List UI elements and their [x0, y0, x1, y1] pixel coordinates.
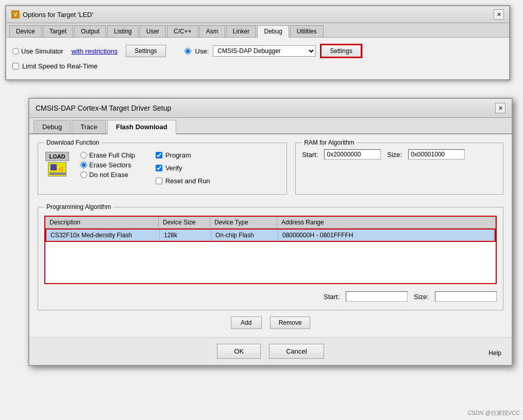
cmsis-dialog-footer: OK Cancel Help [29, 337, 512, 365]
tab-device[interactable]: Device [9, 25, 42, 37]
do-not-erase-item: Do not Erase [80, 171, 135, 179]
cmsis-dialog-title: CMSIS-DAP Cortex-M Target Driver Setup [36, 104, 171, 112]
algo-start-label: Start: [324, 293, 340, 301]
watermark: CSDN @往家找VCC [467, 409, 520, 417]
limit-speed-row: Limit Speed to Real-Time [12, 62, 503, 70]
programming-algorithm-section: Programming Algorithm Description Device… [38, 207, 503, 310]
svg-rect-3 [49, 172, 66, 175]
col-device-type: Device Type [210, 217, 277, 228]
erase-full-chip-radio[interactable] [80, 152, 87, 159]
reset-run-label: Reset and Run [165, 177, 210, 185]
tab-output[interactable]: Output [74, 25, 106, 37]
use-simulator-radio[interactable] [12, 48, 19, 55]
options-titlebar: V Options for Target 'LED' ✕ [6, 6, 509, 23]
svg-rect-1 [50, 164, 57, 170]
remove-button[interactable]: Remove [270, 317, 311, 329]
load-text: LOAD [45, 152, 69, 161]
algorithm-bottom-fields: Start: Size: [44, 289, 497, 304]
cmsis-tab-flash-download[interactable]: Flash Download [107, 120, 176, 134]
algo-size-input[interactable] [435, 291, 497, 302]
download-function-legend: Download Function [44, 139, 102, 146]
prog-content: Description Device Size Device Type Addr… [38, 207, 503, 310]
ram-start-input[interactable] [324, 149, 381, 160]
erase-full-chip-item: Erase Full Chip [80, 151, 135, 159]
tab-utilities[interactable]: Utilities [290, 25, 324, 37]
ram-size-label: Size: [387, 151, 402, 159]
algorithm-table-header: Description Device Size Device Type Addr… [45, 217, 496, 229]
with-restrictions-link[interactable]: with restrictions [72, 47, 118, 55]
col-device-size: Device Size [159, 217, 210, 228]
tab-debug[interactable]: Debug [257, 25, 289, 38]
ram-legend: RAM for Algorithm [302, 139, 356, 146]
erase-sectors-radio[interactable] [80, 162, 87, 168]
reset-run-checkbox[interactable] [156, 178, 162, 184]
options-content: Use Simulator with restrictions Settings… [6, 38, 509, 79]
prog-legend: Programming Algorithm [44, 203, 113, 211]
use-label: Use: [195, 47, 209, 55]
algorithm-table-container: Description Device Size Device Type Addr… [44, 216, 497, 284]
help-text: Help [488, 349, 501, 357]
do-not-erase-radio[interactable] [80, 171, 87, 178]
load-icon: LOAD [44, 151, 70, 177]
use-simulator-label: Use Simulator [21, 47, 63, 55]
cmsis-tab-bar: Debug Trace Flash Download [29, 118, 512, 134]
simulator-group: Use Simulator with restrictions Settings… [12, 44, 503, 58]
options-tab-bar: Device Target Output Listing User C/C++ … [6, 23, 509, 38]
download-fn-row: LOAD [44, 151, 280, 188]
limit-speed-checkbox[interactable] [12, 63, 19, 69]
options-titlebar-left: V Options for Target 'LED' [11, 10, 93, 19]
ram-start-label: Start: [302, 151, 318, 159]
cmsis-titlebar: CMSIS-DAP Cortex-M Target Driver Setup ✕ [29, 99, 512, 118]
ram-section: RAM for Algorithm Start: Size: [295, 143, 503, 195]
add-button[interactable]: Add [231, 317, 262, 329]
load-svg [48, 162, 66, 177]
ok-button[interactable]: OK [217, 344, 261, 359]
erase-sectors-label: Erase Sectors [89, 161, 131, 169]
cmsis-tab-trace[interactable]: Trace [72, 120, 106, 133]
load-img [48, 162, 66, 177]
options-close-button[interactable]: ✕ [494, 9, 504, 20]
debugger-select[interactable]: CMSIS-DAP Debugger J-Link [213, 45, 316, 57]
do-not-erase-label: Do not Erase [89, 171, 128, 179]
row-address-range: 08000000H - 0801FFFFH [278, 230, 495, 241]
cmsis-content: Download Function LOAD [29, 134, 512, 337]
program-options: Program Verify Reset and Run [156, 151, 210, 188]
table-row[interactable]: CS32F10x Med-density Flash 128k On-chip … [45, 229, 496, 242]
simulator-settings-button[interactable]: Settings [126, 45, 165, 57]
verify-label: Verify [165, 164, 182, 172]
cancel-button[interactable]: Cancel [269, 344, 324, 359]
top-sections: Download Function LOAD [38, 143, 503, 201]
tab-asm[interactable]: Asm [199, 25, 225, 37]
verify-checkbox[interactable] [156, 165, 162, 171]
table-empty-area [45, 242, 496, 283]
ram-size-input[interactable] [408, 149, 465, 160]
debugger-settings-button[interactable]: Settings [320, 44, 362, 58]
use-debugger-radio[interactable] [184, 48, 191, 55]
program-checkbox[interactable] [156, 152, 162, 159]
erase-sectors-item: Erase Sectors [80, 161, 135, 169]
download-function-content: LOAD [38, 143, 286, 194]
erase-radio-group: Erase Full Chip Erase Sectors Do not Era… [80, 151, 135, 179]
limit-speed-label: Limit Speed to Real-Time [22, 62, 97, 70]
ram-content: Start: Size: [296, 143, 503, 166]
reset-run-row: Reset and Run [156, 177, 210, 185]
tab-listing[interactable]: Listing [107, 25, 139, 37]
program-label: Program [165, 151, 191, 159]
tab-linker[interactable]: Linker [226, 25, 257, 37]
cmsis-close-button[interactable]: ✕ [495, 103, 505, 113]
tab-target[interactable]: Target [43, 25, 73, 37]
tab-user[interactable]: User [140, 25, 166, 37]
program-row: Program [156, 151, 210, 159]
algo-start-input[interactable] [346, 291, 408, 302]
download-function-section: Download Function LOAD [38, 143, 287, 195]
cmsis-tab-debug[interactable]: Debug [33, 120, 71, 133]
algo-size-label: Size: [414, 293, 429, 301]
erase-full-chip-label: Erase Full Chip [89, 151, 135, 159]
col-address-range: Address Range [277, 217, 496, 228]
options-dialog-icon: V [11, 10, 20, 19]
row-description: CS32F10x Med-density Flash [46, 230, 160, 241]
row-device-size: 128k [160, 230, 211, 241]
options-dialog-title: Options for Target 'LED' [23, 11, 93, 19]
tab-cpp[interactable]: C/C++ [167, 25, 198, 37]
verify-row: Verify [156, 164, 210, 172]
